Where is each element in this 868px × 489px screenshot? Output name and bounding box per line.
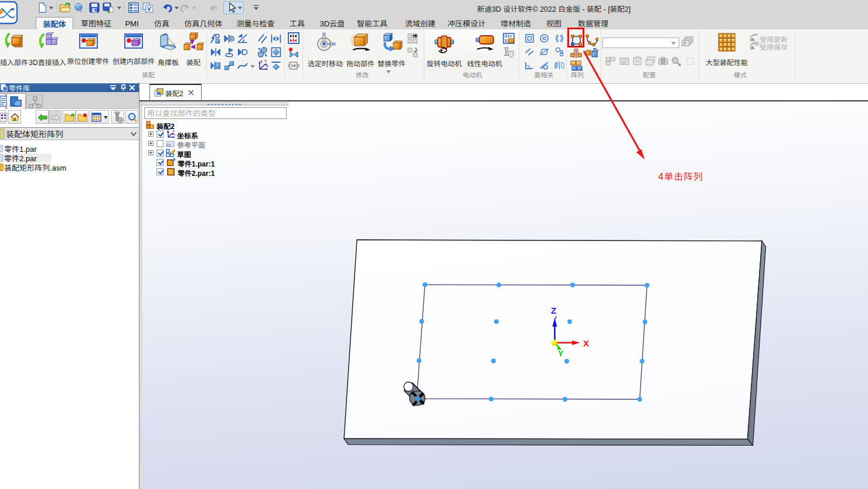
svg-text:X1=: X1= bbox=[505, 34, 512, 39]
svg-text:X: X bbox=[583, 338, 589, 348]
svg-text:Z: Z bbox=[261, 60, 263, 63]
svg-text:!: ! bbox=[752, 38, 753, 42]
svg-text:X: X bbox=[266, 64, 268, 68]
svg-text:Z: Z bbox=[551, 305, 556, 315]
svg-text:!: ! bbox=[752, 46, 753, 50]
svg-text:Y: Y bbox=[558, 349, 564, 358]
svg-text:Y: Y bbox=[264, 59, 267, 63]
